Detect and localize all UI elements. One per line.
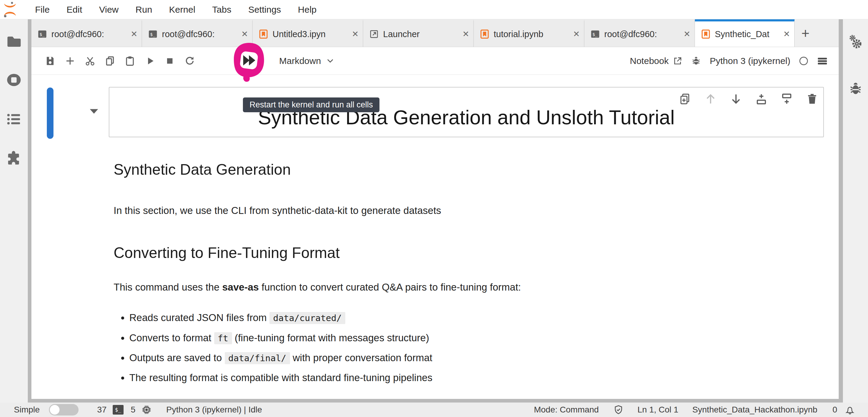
tab-label: Untitled3.ipyn: [273, 29, 350, 39]
extension-manager-icon[interactable]: [6, 150, 22, 167]
tab-label: Launcher: [383, 29, 460, 39]
jupyter-logo-icon: [2, 1, 18, 18]
trust-shield-icon[interactable]: [613, 405, 624, 415]
right-sidebar: [843, 19, 868, 403]
left-sidebar: [0, 19, 28, 403]
move-cell-down-icon[interactable]: [730, 93, 742, 105]
paragraph-save-as: This command uses the save-as function t…: [114, 280, 833, 294]
tab-label: root@dfc960:: [51, 29, 129, 39]
collapse-caret-icon[interactable]: [89, 108, 99, 115]
toolbar-left-buttons: [45, 56, 250, 66]
tab[interactable]: $_ root@dfc960: ✕: [31, 19, 142, 47]
tab-close-icon[interactable]: ✕: [130, 29, 137, 39]
menu-tabs[interactable]: Tabs: [204, 4, 240, 15]
paste-cells-button[interactable]: [124, 56, 135, 66]
svg-text:$_: $_: [39, 32, 45, 37]
hamburger-menu-icon[interactable]: [817, 57, 828, 66]
table-of-contents-icon[interactable]: [6, 111, 22, 127]
kernel-name-label[interactable]: Python 3 (ipykernel): [710, 56, 790, 66]
insert-cell-below-icon[interactable]: [781, 93, 793, 105]
tab-close-icon[interactable]: ✕: [462, 29, 469, 39]
duplicate-cell-icon[interactable]: [679, 93, 691, 105]
kernels-count: 5: [131, 405, 136, 415]
tab[interactable]: Synthetic_Dat ✕: [695, 19, 795, 47]
section-heading-synthetic-data: Synthetic Data Generation: [114, 160, 833, 179]
tab-bar: $_ root@dfc960: ✕ $_ root@dfc960: ✕ Unti…: [31, 19, 839, 47]
menu-edit[interactable]: Edit: [58, 4, 91, 15]
notebook-title: Synthetic Data Generation and Unsloth Tu…: [110, 106, 823, 130]
external-link-icon: [673, 56, 682, 66]
file-browser-icon[interactable]: [6, 33, 22, 49]
enable-debugger-bug-icon[interactable]: [691, 56, 701, 66]
tab-label: tutorial.ipynb: [494, 29, 571, 39]
cell-type-value: Markdown: [279, 56, 321, 66]
menu-file[interactable]: File: [27, 4, 58, 15]
notebook-icon: [480, 29, 490, 39]
menu-view[interactable]: View: [91, 4, 127, 15]
mode-indicator: Mode: Command: [534, 405, 599, 415]
tab-label: Synthetic_Dat: [715, 29, 781, 39]
tab[interactable]: tutorial.ipynb ✕: [474, 19, 584, 47]
notebook-link-label: Notebook: [630, 56, 669, 66]
terminal-icon[interactable]: $_: [113, 405, 124, 415]
markdown-rendered-cell[interactable]: Synthetic Data Generation In this sectio…: [114, 160, 833, 391]
running-sessions-icon[interactable]: [6, 72, 22, 88]
insert-cell-above-icon[interactable]: [755, 93, 767, 105]
save-button[interactable]: [45, 56, 56, 66]
tab-label: root@dfc960:: [162, 29, 239, 39]
interrupt-kernel-button[interactable]: [164, 56, 175, 66]
menu-kernel[interactable]: Kernel: [161, 4, 204, 15]
terminal-icon: $_: [37, 29, 47, 39]
restart-run-all-button[interactable]: [239, 56, 250, 66]
list-item: Reads curated JSON files from data/curat…: [129, 311, 833, 325]
cell-action-toolbar: [679, 93, 818, 105]
status-bar-right: Mode: Command Ln 1, Col 1 Synthetic_Data…: [534, 405, 855, 415]
simple-mode-label: Simple: [14, 405, 40, 415]
cell-type-dropdown[interactable]: Markdown: [279, 56, 334, 66]
notebook-icon: [701, 29, 711, 39]
terminals-count: 37: [97, 405, 107, 415]
cut-cells-button[interactable]: [85, 56, 95, 66]
notebook-content-area: Synthetic Data Generation and Unsloth Tu…: [31, 75, 839, 399]
selected-cell-collapser-bar[interactable]: [47, 88, 54, 139]
simple-mode-toggle[interactable]: [49, 404, 79, 416]
menu-run[interactable]: Run: [127, 4, 161, 15]
notebook-toolbar: Markdown Notebook Python 3 (ipykernel): [31, 47, 839, 75]
toolbar-right: Notebook Python 3 (ipykernel): [630, 56, 828, 66]
insert-cell-button[interactable]: [65, 56, 75, 66]
delete-cell-trash-icon[interactable]: [806, 93, 818, 105]
svg-text:$_: $_: [150, 32, 156, 37]
launcher-icon: [369, 29, 379, 39]
tab[interactable]: $_ root@dfc960: ✕: [584, 19, 695, 47]
tab-close-icon[interactable]: ✕: [241, 29, 248, 39]
kernel-chip-icon[interactable]: [142, 405, 152, 415]
tab[interactable]: Launcher ✕: [363, 19, 474, 47]
tab[interactable]: $_ root@dfc960: ✕: [142, 19, 253, 47]
tab-close-icon[interactable]: ✕: [573, 29, 580, 39]
tab[interactable]: Untitled3.ipyn ✕: [253, 19, 363, 47]
move-cell-up-icon[interactable]: [705, 93, 717, 105]
main-dock-panel: $_ root@dfc960: ✕ $_ root@dfc960: ✕ Unti…: [28, 19, 843, 403]
tab-close-icon[interactable]: ✕: [683, 29, 690, 39]
copy-cells-button[interactable]: [104, 56, 116, 66]
menu-bar: File Edit View Run Kernel Tabs Settings …: [0, 0, 868, 19]
notifications-bell-icon[interactable]: [845, 405, 855, 415]
run-cell-button[interactable]: [145, 56, 155, 66]
notifications-count: 0: [832, 405, 837, 415]
notebook-panel-link[interactable]: Notebook: [630, 56, 682, 66]
terminal-icon: $_: [148, 29, 158, 39]
restart-kernel-button[interactable]: [184, 56, 195, 66]
menu-help[interactable]: Help: [289, 4, 325, 15]
section-heading-converting: Converting to Fine-Tuning Format: [114, 243, 833, 263]
tab-close-icon[interactable]: ✕: [352, 29, 359, 39]
menu-settings[interactable]: Settings: [240, 4, 289, 15]
paragraph-section1: In this section, we use the CLI from syn…: [114, 204, 833, 217]
kernel-status-circle-icon[interactable]: [799, 56, 808, 66]
tab-close-icon[interactable]: ✕: [783, 29, 790, 39]
debugger-sidebar-bug-icon[interactable]: [848, 81, 863, 96]
cursor-position[interactable]: Ln 1, Col 1: [638, 405, 678, 415]
property-inspector-gears-icon[interactable]: [846, 34, 864, 51]
notebook-icon: [259, 29, 268, 39]
list-item: The resulting format is compatible with …: [129, 371, 833, 385]
new-tab-button[interactable]: +: [795, 19, 816, 47]
